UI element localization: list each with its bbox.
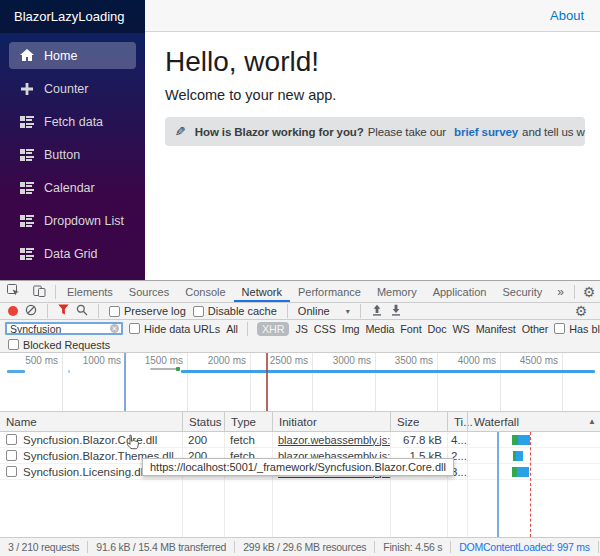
gridline — [250, 353, 251, 411]
record-button[interactable] — [8, 306, 18, 316]
column-header-time[interactable]: Ti... — [447, 412, 467, 431]
import-har-icon[interactable] — [371, 304, 383, 319]
filter-type-xhr[interactable]: XHR — [257, 322, 290, 336]
preserve-log-checkbox[interactable] — [109, 306, 120, 317]
page-subtitle: Welcome to your new app. — [165, 87, 600, 103]
table-row[interactable]: Syncfusion.Blazor.Core.dll 200 fetch bla… — [0, 432, 600, 448]
sidebar: BlazorLazyLoading Home Counter Fetch dat… — [0, 0, 145, 280]
inspect-cursor-icon — [7, 284, 20, 300]
sidebar-item-fetch-data[interactable]: Fetch data — [9, 108, 136, 135]
initiator-link[interactable]: blazor.webassembly.js:1 — [278, 434, 390, 446]
sidebar-item-label: Fetch data — [44, 115, 103, 129]
tab-label: Elements — [67, 286, 113, 298]
tab-security[interactable]: Security — [494, 281, 550, 302]
has-blocked-cookies-toggle[interactable]: Has blocked cookies — [554, 323, 600, 335]
requests-table-header: Name Status Type Initiator Size Ti... Wa… — [0, 412, 600, 432]
sidebar-item-label: Calendar — [44, 181, 95, 195]
dom-content-loaded-time: DOMContentLoaded: 997 ms — [451, 541, 598, 553]
sidebar-item-button[interactable]: Button — [9, 141, 136, 168]
filter-type-all[interactable]: All — [226, 323, 238, 335]
tab-console[interactable]: Console — [177, 281, 233, 302]
column-label: Type — [231, 416, 256, 428]
tab-sources[interactable]: Sources — [121, 281, 177, 302]
filter-type-ws[interactable]: WS — [452, 323, 469, 335]
tab-performance[interactable]: Performance — [290, 281, 369, 302]
column-label: Initiator — [279, 416, 317, 428]
timeline-tick: 4000 ms — [440, 355, 496, 366]
tab-elements[interactable]: Elements — [59, 281, 121, 302]
timeline-tick: 2000 ms — [190, 355, 246, 366]
disable-cache-toggle[interactable]: Disable cache — [193, 305, 277, 317]
blocked-requests-checkbox[interactable] — [8, 339, 19, 350]
hide-data-urls-checkbox[interactable] — [129, 323, 140, 334]
search-icon[interactable] — [76, 304, 88, 319]
row-checkbox[interactable] — [6, 450, 17, 461]
sidebar-item-home[interactable]: Home — [9, 42, 136, 69]
sidebar-item-dropdown-list[interactable]: Dropdown List — [9, 207, 136, 234]
filter-type-doc[interactable]: Doc — [428, 323, 447, 335]
filter-type-media[interactable]: Media — [365, 323, 394, 335]
row-checkbox[interactable] — [6, 466, 17, 477]
settings-gear-icon[interactable]: ⚙ — [578, 281, 600, 302]
tab-network[interactable]: Network — [234, 281, 290, 302]
column-header-type[interactable]: Type — [224, 412, 272, 431]
brief-survey-link[interactable]: brief survey — [454, 126, 518, 138]
column-label: Name — [6, 416, 37, 428]
chevron-down-icon: ▾ — [346, 307, 350, 316]
filter-input-wrap: ✕ — [5, 322, 123, 336]
hide-data-urls-toggle[interactable]: Hide data URLs — [129, 323, 220, 335]
more-tabs-button[interactable]: » — [550, 281, 571, 302]
disable-cache-checkbox[interactable] — [193, 306, 204, 317]
column-header-waterfall[interactable]: Waterfall ▲ — [467, 412, 600, 431]
tab-label: Network — [242, 286, 282, 298]
sidebar-item-data-grid[interactable]: Data Grid — [9, 240, 136, 267]
column-header-size[interactable]: Size — [390, 412, 447, 431]
has-blocked-cookies-label: Has blocked cookies — [569, 323, 600, 335]
tab-label: Security — [502, 286, 542, 298]
network-filter-input[interactable] — [5, 322, 123, 335]
blocked-requests-toggle[interactable]: Blocked Requests — [8, 339, 110, 351]
inspect-element-button[interactable] — [0, 281, 26, 302]
timeline-tick: 3500 ms — [377, 355, 433, 366]
about-link[interactable]: About — [550, 8, 584, 23]
export-har-icon[interactable] — [390, 304, 402, 319]
column-label: Size — [397, 416, 419, 428]
preserve-log-toggle[interactable]: Preserve log — [109, 305, 186, 317]
filter-type-img[interactable]: Img — [342, 323, 360, 335]
filter-type-js[interactable]: JS — [295, 323, 307, 335]
devtools-panel: Elements Sources Console Network Perform… — [0, 280, 600, 556]
top-row: About — [145, 0, 600, 32]
column-header-name[interactable]: Name — [0, 412, 182, 431]
sidebar-item-label: Dropdown List — [44, 214, 124, 228]
clear-filter-icon[interactable]: ✕ — [110, 324, 119, 333]
row-checkbox[interactable] — [6, 434, 17, 445]
sidebar-item-label: Button — [44, 148, 80, 162]
column-header-status[interactable]: Status — [182, 412, 224, 431]
device-toolbar-icon — [33, 284, 46, 300]
device-toolbar-button[interactable] — [26, 281, 52, 302]
sort-asc-icon: ▲ — [588, 417, 596, 426]
filter-type-other[interactable]: Other — [522, 323, 549, 335]
column-header-initiator[interactable]: Initiator — [272, 412, 390, 431]
has-blocked-cookies-checkbox[interactable] — [554, 323, 565, 334]
filter-type-manifest[interactable]: Manifest — [476, 323, 516, 335]
sidebar-item-calendar[interactable]: Calendar — [9, 174, 136, 201]
network-settings-gear-icon[interactable]: ⚙ — [570, 303, 592, 319]
waterfall-download-bar — [517, 467, 529, 477]
sidebar-item-counter[interactable]: Counter — [9, 75, 136, 102]
filter-type-font[interactable]: Font — [400, 323, 421, 335]
tab-label: Console — [185, 286, 225, 298]
timeline-activity-bar — [181, 370, 595, 373]
app-brand[interactable]: BlazorLazyLoading — [0, 0, 145, 33]
tab-memory[interactable]: Memory — [369, 281, 425, 302]
divider — [47, 304, 48, 318]
throttling-select[interactable]: Online ▾ — [298, 305, 350, 317]
filter-funnel-icon[interactable] — [58, 304, 69, 318]
tab-label: Performance — [298, 286, 361, 298]
request-name: Syncfusion.Licensing.dll — [23, 466, 146, 478]
timeline-overview[interactable]: 500 ms 1000 ms 1500 ms 2000 ms 2500 ms 3… — [0, 353, 600, 412]
clear-icon[interactable] — [25, 304, 37, 319]
tab-application[interactable]: Application — [425, 281, 495, 302]
filter-type-css[interactable]: CSS — [314, 323, 336, 335]
timeline-activity-bar — [150, 368, 177, 370]
